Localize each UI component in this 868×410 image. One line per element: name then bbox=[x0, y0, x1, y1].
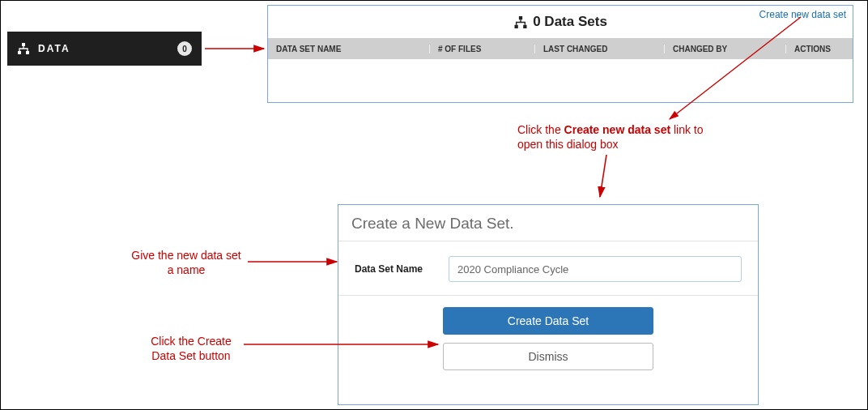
svg-line-8 bbox=[600, 155, 606, 197]
data-sets-panel: 0 Data Sets Create new data set DATA SET… bbox=[267, 5, 853, 103]
col-changed-by: CHANGED BY bbox=[665, 45, 786, 53]
sidebar-item-label: DATA bbox=[38, 43, 177, 54]
svg-rect-4 bbox=[515, 24, 518, 28]
svg-rect-3 bbox=[519, 16, 522, 19]
data-set-name-label: Data Set Name bbox=[355, 263, 449, 275]
svg-rect-2 bbox=[26, 51, 29, 54]
svg-rect-5 bbox=[523, 24, 526, 28]
sidebar-item-data[interactable]: DATA 0 bbox=[7, 32, 202, 66]
col-actions: ACTIONS bbox=[786, 45, 853, 53]
panel-header: 0 Data Sets Create new data set bbox=[268, 6, 853, 38]
annotation-create-link: Click the Create new data set link to op… bbox=[517, 122, 728, 152]
panel-title: 0 Data Sets bbox=[513, 14, 607, 30]
create-new-data-set-link[interactable]: Create new data set bbox=[760, 9, 846, 20]
create-data-set-button[interactable]: Create Data Set bbox=[443, 307, 653, 335]
data-sets-title-text: Data Sets bbox=[544, 14, 606, 29]
dialog-title: Create a New Data Set. bbox=[338, 205, 758, 241]
data-count-badge: 0 bbox=[177, 41, 192, 56]
col-data-set-name: DATA SET NAME bbox=[268, 45, 430, 53]
create-data-set-dialog: Create a New Data Set. Data Set Name Cre… bbox=[338, 204, 759, 405]
data-sets-table-header: DATA SET NAME # OF FILES LAST CHANGED CH… bbox=[268, 38, 853, 59]
annotation-name-field: Give the new data set a name bbox=[130, 248, 243, 277]
svg-rect-0 bbox=[22, 43, 25, 46]
dismiss-button[interactable]: Dismiss bbox=[443, 343, 653, 370]
data-sets-count: 0 bbox=[533, 14, 540, 29]
sitemap-icon bbox=[513, 16, 528, 28]
annotation-create-button: Click the Create Data Set button bbox=[143, 334, 240, 363]
sitemap-icon bbox=[17, 43, 30, 54]
data-set-name-input[interactable] bbox=[449, 256, 742, 282]
col-last-changed: LAST CHANGED bbox=[535, 45, 665, 53]
svg-rect-1 bbox=[18, 51, 21, 54]
col-num-files: # OF FILES bbox=[430, 45, 535, 53]
